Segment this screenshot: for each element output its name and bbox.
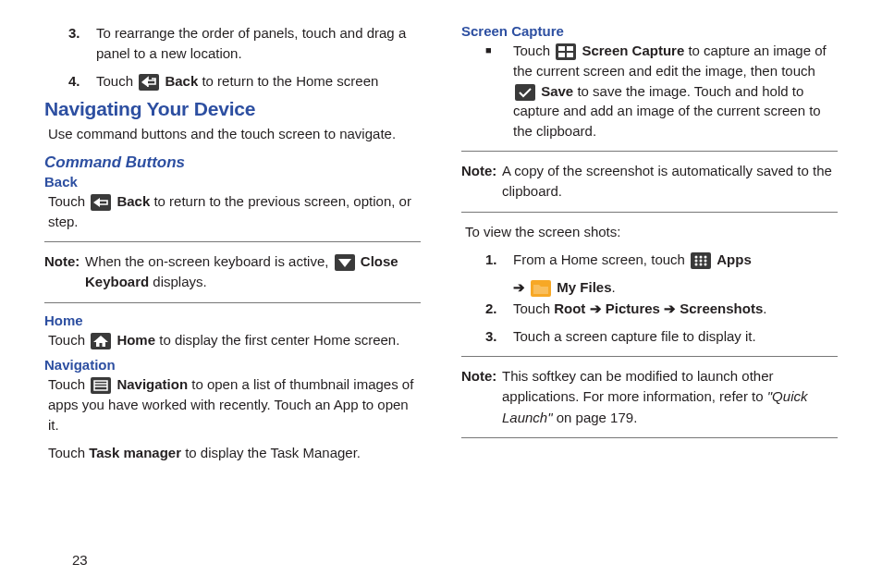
- back-icon: [91, 194, 111, 211]
- svg-point-10: [695, 259, 698, 262]
- left-column: 3. To rearrange the order of panels, tou…: [44, 23, 421, 570]
- bold-label: Apps: [717, 251, 752, 267]
- list-text: Touch Root ➔ Pictures ➔ Screenshots.: [513, 299, 838, 319]
- bold-label: Pictures: [606, 300, 660, 316]
- page-number: 23: [72, 552, 88, 568]
- list-text: Touch a screen capture file to display i…: [513, 326, 838, 347]
- heading-back: Back: [44, 174, 421, 190]
- heading-navigation: Navigation: [44, 357, 421, 373]
- text: .: [612, 279, 616, 295]
- list-number: 3.: [68, 23, 96, 64]
- text: to display the Task Manager.: [181, 445, 361, 460]
- list-item-4: 4. Touch Back to return to the Home scre…: [68, 71, 421, 92]
- svg-point-14: [700, 263, 703, 265]
- svg-point-13: [695, 263, 698, 265]
- list-number: 3.: [485, 326, 513, 347]
- step-2: 2. Touch Root ➔ Pictures ➔ Screenshots.: [485, 299, 838, 319]
- text: Touch: [513, 43, 554, 58]
- note-clipboard: Note: A copy of the screenshot is automa…: [461, 151, 838, 213]
- arrow-text: ➔: [585, 300, 605, 316]
- screen-capture-icon: [556, 43, 576, 60]
- step-3: 3. Touch a screen capture file to displa…: [485, 326, 838, 347]
- right-column: Screen Capture ■ Touch Screen Capture to…: [461, 23, 838, 570]
- bullet-screen-capture: ■ Touch Screen Capture to capture an ima…: [485, 41, 838, 141]
- list-text: Touch Back to return to the Home screen: [96, 71, 421, 92]
- bold-label: Screenshots: [680, 300, 763, 316]
- note-text: When the on-screen keyboard is active, C…: [85, 251, 421, 293]
- list-text: To rearrange the order of panels, touch …: [96, 23, 421, 64]
- arrow-icon: ➔: [513, 279, 525, 295]
- text: Touch: [48, 376, 89, 392]
- save-check-icon: [515, 84, 535, 101]
- note-text: A copy of the screenshot is automaticall…: [502, 161, 838, 202]
- svg-point-9: [704, 255, 707, 258]
- list-number: 2.: [485, 299, 513, 319]
- list-number: 4.: [68, 71, 96, 92]
- svg-point-8: [700, 255, 703, 258]
- note-label: Note:: [461, 366, 502, 429]
- text: .: [763, 300, 766, 316]
- bold-label: Back: [116, 193, 150, 209]
- step-1-continued: ➔ My Files.: [513, 276, 838, 299]
- note-text: This softkey can be modified to launch o…: [502, 366, 838, 429]
- text: Touch: [513, 300, 554, 316]
- text: Touch: [96, 73, 137, 89]
- bold-label: Home: [116, 332, 155, 348]
- heading-command-buttons: Command Buttons: [44, 153, 421, 172]
- heading-navigating: Navigating Your Device: [44, 98, 421, 120]
- step-1: 1. From a Home screen, touch Apps: [485, 250, 838, 270]
- note-label: Note:: [44, 251, 85, 293]
- svg-rect-4: [567, 46, 573, 51]
- text: to display the first center Home screen.: [155, 332, 399, 348]
- text: Touch: [48, 332, 89, 348]
- svg-point-7: [695, 255, 698, 258]
- text: displays.: [149, 274, 207, 289]
- text: on page 179.: [553, 410, 638, 425]
- text: to return to the Home screen: [198, 73, 378, 89]
- bullet-text: Touch Screen Capture to capture an image…: [513, 41, 838, 141]
- close-keyboard-icon: [335, 254, 355, 271]
- text: Touch: [48, 445, 89, 460]
- bold-label: Back: [165, 73, 198, 89]
- back-paragraph: Touch Back to return to the previous scr…: [48, 191, 421, 232]
- svg-rect-3: [558, 46, 565, 51]
- svg-rect-0: [94, 381, 107, 390]
- list-item-3: 3. To rearrange the order of panels, tou…: [68, 23, 421, 64]
- note-softkey: Note: This softkey can be modified to la…: [461, 356, 838, 439]
- back-icon: [139, 74, 159, 91]
- svg-rect-6: [567, 53, 573, 57]
- svg-rect-5: [558, 53, 565, 57]
- heading-home: Home: [44, 312, 421, 328]
- svg-point-11: [700, 259, 703, 262]
- svg-point-12: [704, 259, 707, 262]
- navigation-paragraph: Touch Navigation to open a list of thumb…: [48, 374, 421, 435]
- text: When the on-screen keyboard is active,: [85, 253, 333, 269]
- bold-label: My Files: [557, 279, 611, 295]
- apps-icon: [691, 252, 711, 269]
- intro-text: Use command buttons and the touch screen…: [48, 124, 421, 144]
- bold-label: Save: [541, 83, 573, 99]
- home-icon: [91, 333, 111, 349]
- bullet-mark: ■: [485, 41, 513, 141]
- text: From a Home screen, touch: [513, 251, 689, 267]
- bold-label: Task manager: [89, 445, 181, 460]
- bold-label: Screen Capture: [582, 43, 684, 58]
- heading-screen-capture: Screen Capture: [461, 23, 838, 39]
- home-paragraph: Touch Home to display the first center H…: [48, 330, 421, 350]
- note-close-keyboard: Note: When the on-screen keyboard is act…: [44, 241, 421, 303]
- note-label: Note:: [461, 161, 502, 202]
- text: Touch: [48, 193, 89, 209]
- text: This softkey can be modified to launch o…: [502, 368, 774, 405]
- folder-icon: [531, 280, 551, 297]
- task-manager-paragraph: Touch Task manager to display the Task M…: [48, 443, 421, 463]
- view-intro: To view the screen shots:: [465, 222, 838, 242]
- bold-label: Navigation: [116, 376, 188, 392]
- svg-point-15: [704, 263, 707, 265]
- arrow-text: ➔: [660, 300, 680, 316]
- list-text: From a Home screen, touch Apps: [513, 250, 838, 270]
- list-number: 1.: [485, 250, 513, 270]
- bold-label: Root: [554, 300, 585, 316]
- navigation-icon: [91, 377, 111, 394]
